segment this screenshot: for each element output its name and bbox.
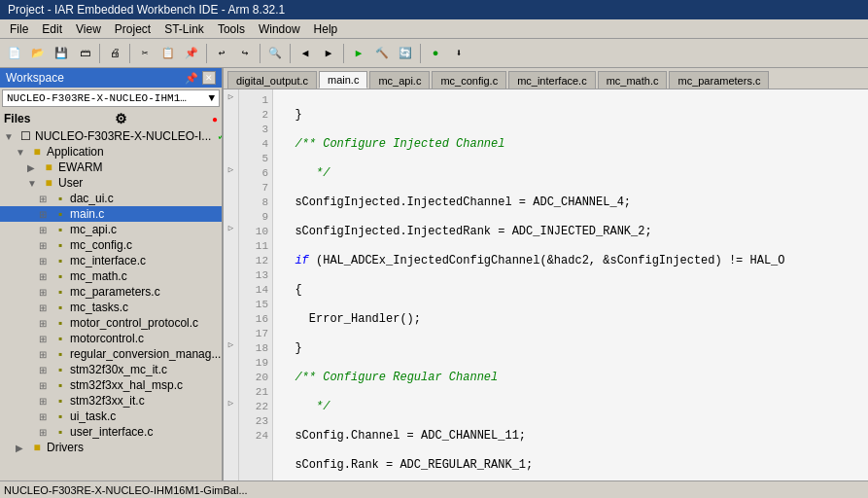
gutter-marker-10[interactable]: ▷: [224, 221, 238, 235]
tree-application[interactable]: ▼ ■ Application: [0, 144, 222, 160]
tab-mc-config[interactable]: mc_config.c: [432, 71, 506, 89]
forward-button[interactable]: ▶: [318, 43, 339, 64]
back-button[interactable]: ◀: [295, 43, 316, 64]
tab-main-c[interactable]: main.c: [319, 71, 367, 89]
code-line-2: /** Configure Injected Channel: [281, 137, 860, 152]
new-button[interactable]: 📄: [4, 43, 25, 64]
line-num-9: 9: [243, 210, 268, 225]
workspace-controls: 📌 ✕: [185, 71, 216, 85]
tab-mc-interface[interactable]: mc_interface.c: [508, 71, 596, 89]
mc-api-file-icon: ▪: [52, 223, 68, 236]
tree-rcm[interactable]: ⊞ ▪ regular_conversion_manag...: [0, 346, 222, 362]
cut-button[interactable]: ✂: [134, 43, 156, 64]
project-selector[interactable]: NUCLEO-F303RE-X-NUCLEO-IHM16M1-GimBal ▼: [2, 89, 220, 107]
tree-drivers[interactable]: ▶ ■ Drivers: [0, 440, 222, 455]
menu-stlink[interactable]: ST-Link: [158, 21, 210, 37]
save-button[interactable]: 💾: [51, 43, 72, 64]
undo-button[interactable]: ↩: [211, 43, 232, 64]
tree-root[interactable]: ▼ ☐ NUCLEO-F303RE-X-NUCLEO-I... ✓: [0, 128, 222, 144]
code-line-8: Error_Handler();: [281, 312, 860, 327]
workspace-close-button[interactable]: ✕: [202, 71, 216, 85]
line-num-1: 1: [243, 93, 268, 108]
tree-main-c[interactable]: ⊞ ▪ main.c: [0, 206, 222, 222]
rebuild-button[interactable]: 🔄: [395, 43, 416, 64]
line-num-20: 20: [243, 371, 268, 385]
line-num-14: 14: [243, 283, 268, 298]
gutter-marker-24: [224, 425, 238, 440]
tab-mc-math[interactable]: mc_math.c: [598, 71, 668, 89]
line-num-8: 8: [243, 196, 268, 210]
gutter-marker-3: [224, 119, 238, 133]
line-num-6: 6: [243, 166, 268, 181]
gutter-marker-22[interactable]: ▷: [224, 396, 238, 410]
drivers-expand-icon: ▶: [16, 443, 27, 453]
line-num-5: 5: [243, 152, 268, 166]
tree-mc-tasks[interactable]: ⊞ ▪ mc_tasks.c: [0, 300, 222, 315]
tree-stm32-mc-it[interactable]: ⊞ ▪ stm32f30x_mc_it.c: [0, 362, 222, 377]
save-all-button[interactable]: 🗃: [74, 43, 95, 64]
files-settings-button[interactable]: ⚙: [115, 111, 127, 126]
line-num-16: 16: [243, 312, 268, 327]
tab-mc-api[interactable]: mc_api.c: [369, 71, 430, 89]
tree-mc-api[interactable]: ⊞ ▪ mc_api.c: [0, 222, 222, 237]
redo-button[interactable]: ↪: [234, 43, 256, 64]
gutter-marker-6[interactable]: ▷: [224, 162, 238, 177]
tree-stm32-it-label: stm32f3xx_it.c: [70, 394, 145, 408]
code-gutter: ▷ ▷ ▷ ▷ ▷: [224, 89, 239, 480]
tree-ui-task[interactable]: ⊞ ▪ ui_task.c: [0, 409, 222, 424]
code-content[interactable]: } /** Configure Injected Channel */ sCon…: [273, 89, 868, 480]
line-num-2: 2: [243, 108, 268, 123]
tree-user[interactable]: ▼ ■ User: [0, 175, 222, 191]
gutter-marker-23: [224, 410, 238, 425]
tree-mcp-label: motor_control_protocol.c: [70, 316, 198, 330]
code-line-1: }: [281, 108, 860, 123]
workspace-title: Workspace: [6, 71, 64, 85]
tree-ewarm[interactable]: ▶ ■ EWARM: [0, 160, 222, 175]
tree-mc-parameters[interactable]: ⊞ ▪ mc_parameters.c: [0, 284, 222, 300]
debug-button[interactable]: ●: [425, 43, 446, 64]
menu-edit[interactable]: Edit: [36, 21, 68, 37]
pin-icon[interactable]: 📌: [185, 72, 198, 85]
tree-mc-config[interactable]: ⊞ ▪ mc_config.c: [0, 237, 222, 253]
line-num-17: 17: [243, 327, 268, 341]
mc-config-expand: ⊞: [39, 240, 51, 251]
tree-mc-math[interactable]: ⊞ ▪ mc_math.c: [0, 268, 222, 284]
download-button[interactable]: ⬇: [448, 43, 469, 64]
tab-digital-output[interactable]: digital_output.c: [227, 71, 317, 89]
files-indicator: ●: [212, 114, 218, 124]
tree-mc-parameters-label: mc_parameters.c: [70, 285, 160, 299]
tree-mc-config-label: mc_config.c: [70, 238, 132, 252]
tab-mc-parameters[interactable]: mc_parameters.c: [669, 71, 769, 89]
line-numbers: 123456789101112131415161718192021222324: [239, 89, 273, 480]
gutter-marker-18[interactable]: ▷: [224, 338, 238, 352]
tree-hal-msp[interactable]: ⊞ ▪ stm32f3xx_hal_msp.c: [0, 377, 222, 393]
tree-mc-interface[interactable]: ⊞ ▪ mc_interface.c: [0, 253, 222, 268]
print-button[interactable]: 🖨: [104, 43, 125, 64]
menu-window[interactable]: Window: [253, 21, 306, 37]
tree-stm32-mc-it-label: stm32f30x_mc_it.c: [70, 363, 167, 376]
open-button[interactable]: 📂: [27, 43, 49, 64]
tree-dac-ui[interactable]: ⊞ ▪ dac_ui.c: [0, 191, 222, 206]
line-num-3: 3: [243, 123, 268, 137]
search-button[interactable]: 🔍: [264, 43, 286, 64]
toolbar: 📄 📂 💾 🗃 🖨 ✂ 📋 📌 ↩ ↪ 🔍 ◀ ▶ ▶ 🔨 🔄 ● ⬇: [0, 39, 868, 68]
menu-project[interactable]: Project: [109, 21, 156, 37]
tree-stm32-it[interactable]: ⊞ ▪ stm32f3xx_it.c: [0, 393, 222, 409]
menu-help[interactable]: Help: [308, 21, 344, 37]
tree-motor-control-protocol[interactable]: ⊞ ▪ motor_control_protocol.c: [0, 315, 222, 331]
tree-motorcontrol[interactable]: ⊞ ▪ motorcontrol.c: [0, 331, 222, 346]
copy-button[interactable]: 📋: [157, 43, 179, 64]
compile-button[interactable]: ▶: [348, 43, 369, 64]
tree-user-interface[interactable]: ⊞ ▪ user_interface.c: [0, 424, 222, 440]
menu-file[interactable]: File: [4, 21, 34, 37]
code-line-7: {: [281, 283, 860, 298]
paste-button[interactable]: 📌: [181, 43, 202, 64]
gutter-marker-1[interactable]: ▷: [224, 89, 238, 104]
menu-view[interactable]: View: [70, 21, 107, 37]
gutter-marker-7: [224, 177, 238, 192]
workspace-header: Workspace 📌 ✕: [0, 68, 222, 88]
mc-interface-file-icon: ▪: [52, 254, 68, 267]
menu-tools[interactable]: Tools: [212, 21, 251, 37]
line-num-23: 23: [243, 414, 268, 429]
build-button[interactable]: 🔨: [371, 43, 393, 64]
